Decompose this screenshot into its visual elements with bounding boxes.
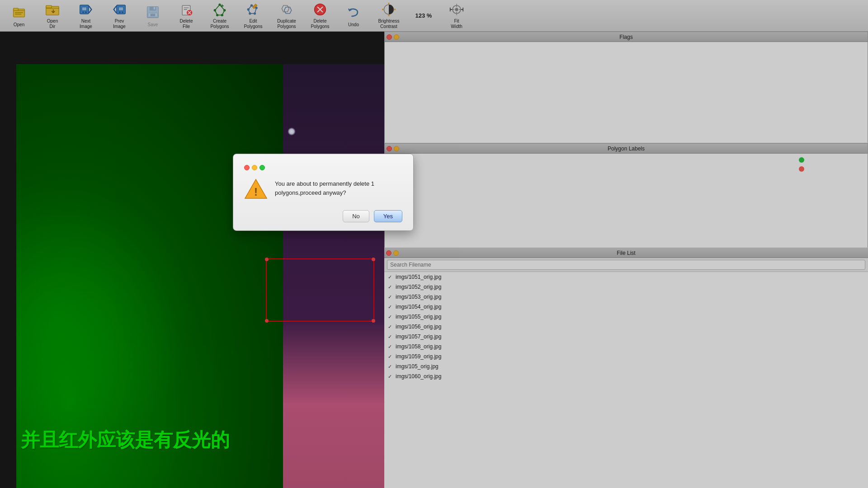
- dialog-close-button[interactable]: [244, 165, 250, 170]
- warning-triangle-svg: !: [244, 178, 268, 201]
- modal-overlay: ! You are about to permanently delete 1 …: [0, 0, 868, 488]
- warning-icon: !: [244, 178, 268, 201]
- dialog-minimize-button[interactable]: [252, 165, 257, 170]
- dialog-buttons: No Yes: [244, 210, 402, 222]
- dialog-body: ! You are about to permanently delete 1 …: [244, 178, 402, 201]
- svg-text:!: !: [254, 186, 258, 198]
- dialog-no-button[interactable]: No: [343, 210, 369, 222]
- dialog-yes-button[interactable]: Yes: [374, 210, 402, 222]
- dialog-message: You are about to permanently delete 1 po…: [275, 178, 402, 197]
- dialog-maximize-button[interactable]: [259, 165, 265, 170]
- dialog-traffic-lights: [244, 165, 402, 170]
- delete-confirm-dialog: ! You are about to permanently delete 1 …: [233, 154, 414, 231]
